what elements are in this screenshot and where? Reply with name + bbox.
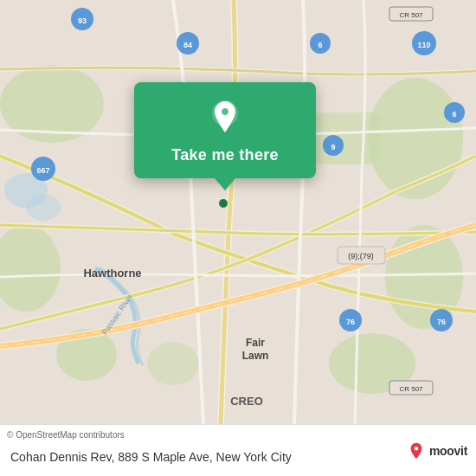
svg-text:CREO: CREO [230, 395, 263, 408]
map-svg: 93 84 84 6 110 6 667 9 (9);(79) 76 76 CR [0, 0, 476, 424]
svg-text:667: 667 [36, 166, 49, 175]
svg-text:Fair: Fair [246, 337, 265, 349]
svg-text:(9);(79): (9);(79) [348, 252, 374, 261]
svg-text:76: 76 [437, 318, 446, 326]
svg-point-8 [147, 342, 199, 385]
svg-point-10 [26, 195, 61, 221]
svg-text:Lawn: Lawn [242, 350, 269, 362]
moovit-pin-icon [407, 441, 426, 460]
svg-text:93: 93 [78, 16, 87, 25]
bottom-bar: © OpenStreetMap contributors Cohan Denni… [0, 424, 476, 476]
svg-text:9: 9 [331, 143, 335, 151]
svg-text:CR 507: CR 507 [399, 385, 423, 393]
svg-point-42 [219, 199, 228, 208]
svg-text:84: 84 [183, 41, 192, 49]
svg-rect-7 [312, 113, 381, 164]
take-me-there-button[interactable]: Take me there [166, 145, 284, 166]
svg-text:76: 76 [346, 318, 355, 326]
svg-text:Hawthorne: Hawthorne [83, 267, 141, 280]
svg-text:6: 6 [452, 110, 456, 119]
svg-text:110: 110 [417, 41, 430, 49]
address-text: Cohan Dennis Rev, 889 S Maple Ave, New Y… [10, 450, 466, 464]
svg-text:CR 507: CR 507 [399, 11, 423, 19]
copyright-text: © OpenStreetMap contributors [7, 430, 125, 440]
moovit-label: moovit [429, 444, 467, 458]
location-pin-icon [206, 98, 244, 136]
map-container: 93 84 84 6 110 6 667 9 (9);(79) 76 76 CR [0, 0, 476, 424]
moovit-logo: moovit [407, 441, 467, 460]
svg-text:6: 6 [318, 41, 322, 49]
popup-card: Take me there [134, 82, 316, 178]
